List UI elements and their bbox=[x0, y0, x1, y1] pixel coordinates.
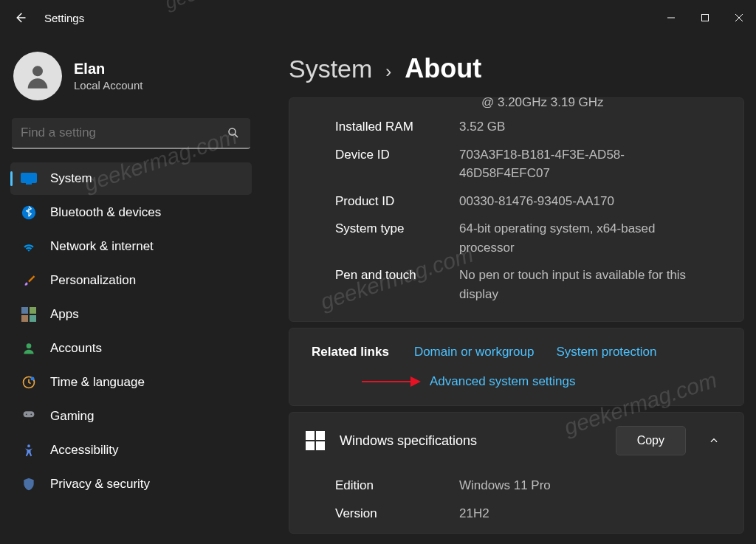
spec-label: Version bbox=[335, 504, 459, 523]
spec-value: 64-bit operating system, x64-based proce… bbox=[459, 219, 703, 257]
link-domain-workgroup[interactable]: Domain or workgroup bbox=[414, 345, 535, 359]
svg-point-2 bbox=[32, 66, 43, 76]
chevron-right-icon: › bbox=[385, 61, 391, 82]
sidebar-item-apps[interactable]: Apps bbox=[10, 298, 252, 331]
user-subtitle: Local Account bbox=[74, 79, 142, 92]
spec-value: 3.52 GB bbox=[459, 117, 505, 137]
spec-label: Pen and touch bbox=[335, 266, 459, 303]
windows-specs-heading: Windows specifications bbox=[340, 433, 601, 449]
bluetooth-icon bbox=[21, 204, 37, 221]
sidebar-item-label: Personalization bbox=[50, 273, 136, 288]
link-advanced-system-settings[interactable]: Advanced system settings bbox=[430, 374, 575, 389]
brush-icon bbox=[21, 272, 37, 289]
title-bar: Settings bbox=[0, 0, 756, 35]
svg-rect-1 bbox=[702, 15, 709, 21]
spec-value-processor-partial: @ 3.20GHz 3.19 GHz bbox=[289, 95, 743, 110]
spec-value: Windows 11 Pro bbox=[459, 476, 551, 495]
user-name: Elan bbox=[74, 61, 142, 78]
svg-line-4 bbox=[235, 134, 238, 137]
svg-rect-5 bbox=[21, 173, 37, 183]
svg-point-14 bbox=[31, 377, 35, 381]
copy-button[interactable]: Copy bbox=[616, 426, 686, 455]
maximize-button[interactable] bbox=[688, 3, 722, 32]
sidebar-item-time[interactable]: Time & language bbox=[10, 366, 252, 399]
windows-specs-card[interactable]: Windows specifications Copy Edition Wind… bbox=[289, 412, 744, 534]
sidebar-item-label: Bluetooth & devices bbox=[50, 205, 161, 220]
sidebar-item-bluetooth[interactable]: Bluetooth & devices bbox=[10, 196, 252, 229]
spec-row: Pen and touch No pen or touch input is a… bbox=[289, 261, 743, 308]
sidebar-item-network[interactable]: Network & internet bbox=[10, 230, 252, 263]
svg-point-18 bbox=[27, 444, 30, 447]
sidebar-item-label: Apps bbox=[50, 307, 79, 322]
svg-point-16 bbox=[26, 413, 27, 415]
window-title: Settings bbox=[44, 12, 84, 24]
spec-label: Installed RAM bbox=[335, 117, 459, 137]
spec-row: System type 64-bit operating system, x64… bbox=[289, 215, 743, 261]
svg-point-3 bbox=[229, 128, 236, 135]
system-icon bbox=[21, 171, 37, 187]
spec-value: 703A3F18-B181-4F3E-AD58-46D58F4EFC07 bbox=[459, 145, 703, 183]
main-content: System › About @ 3.20GHz 3.19 GHz Instal… bbox=[262, 35, 756, 544]
annotation-arrow bbox=[362, 381, 419, 382]
svg-rect-10 bbox=[21, 315, 28, 322]
shield-icon bbox=[21, 476, 37, 492]
svg-point-12 bbox=[27, 343, 32, 348]
breadcrumb-parent[interactable]: System bbox=[289, 55, 372, 83]
svg-rect-15 bbox=[24, 411, 35, 417]
svg-rect-6 bbox=[26, 183, 32, 185]
minimize-button[interactable] bbox=[654, 3, 688, 32]
sidebar-item-label: Accounts bbox=[50, 341, 102, 356]
sidebar-item-label: Gaming bbox=[50, 409, 94, 424]
user-block[interactable]: Elan Local Account bbox=[10, 47, 252, 115]
sidebar-item-privacy[interactable]: Privacy & security bbox=[10, 468, 252, 500]
sidebar-item-label: Accessibility bbox=[50, 443, 119, 458]
spec-row: Device ID 703A3F18-B181-4F3E-AD58-46D58F… bbox=[289, 141, 743, 187]
clock-icon bbox=[21, 374, 37, 390]
breadcrumb: System › About bbox=[289, 53, 744, 84]
search-icon bbox=[225, 125, 241, 141]
back-button[interactable] bbox=[13, 11, 27, 24]
related-links-heading: Related links bbox=[312, 345, 389, 359]
windows-logo-icon bbox=[306, 431, 325, 450]
sidebar-item-personalization[interactable]: Personalization bbox=[10, 264, 252, 297]
spec-row: Product ID 00330-81476-93405-AA170 bbox=[289, 187, 743, 216]
apps-icon bbox=[21, 306, 37, 323]
link-system-protection[interactable]: System protection bbox=[556, 345, 656, 359]
spec-label: Product ID bbox=[335, 192, 459, 211]
page-title: About bbox=[405, 53, 481, 84]
avatar bbox=[13, 52, 62, 100]
accessibility-icon bbox=[21, 442, 37, 458]
sidebar-item-accessibility[interactable]: Accessibility bbox=[10, 434, 252, 466]
svg-point-17 bbox=[30, 413, 32, 415]
sidebar-item-label: Network & internet bbox=[50, 239, 154, 254]
nav-list: System Bluetooth & devices Network & int… bbox=[10, 162, 252, 500]
close-button[interactable] bbox=[722, 3, 756, 32]
sidebar-item-accounts[interactable]: Accounts bbox=[10, 332, 252, 365]
spec-row: Version 21H2 bbox=[289, 500, 743, 528]
svg-rect-11 bbox=[30, 315, 36, 322]
search-box[interactable] bbox=[12, 118, 250, 149]
spec-value: 00330-81476-93405-AA170 bbox=[459, 192, 614, 211]
spec-value: 21H2 bbox=[459, 504, 489, 523]
svg-rect-9 bbox=[30, 307, 36, 314]
sidebar: Elan Local Account System Bluetooth & bbox=[0, 35, 262, 544]
chevron-up-icon[interactable] bbox=[701, 435, 727, 446]
spec-value: No pen or touch input is available for t… bbox=[459, 266, 703, 303]
related-links-card: Related links Domain or workgroup System… bbox=[289, 328, 744, 406]
sidebar-item-label: Privacy & security bbox=[50, 477, 150, 492]
svg-rect-8 bbox=[21, 307, 28, 314]
sidebar-item-gaming[interactable]: Gaming bbox=[10, 400, 252, 433]
spec-label: Device ID bbox=[335, 145, 459, 183]
accounts-icon bbox=[21, 340, 37, 357]
sidebar-item-label: Time & language bbox=[50, 375, 145, 390]
spec-row: Installed RAM 3.52 GB bbox=[289, 113, 743, 141]
spec-label: Edition bbox=[335, 476, 459, 495]
sidebar-item-system[interactable]: System bbox=[10, 162, 252, 195]
device-specs-card: @ 3.20GHz 3.19 GHz Installed RAM 3.52 GB… bbox=[289, 97, 744, 322]
spec-label: System type bbox=[335, 219, 459, 257]
gaming-icon bbox=[21, 408, 37, 424]
spec-row: Edition Windows 11 Pro bbox=[289, 472, 743, 500]
window-controls bbox=[654, 3, 756, 32]
sidebar-item-label: System bbox=[50, 171, 92, 186]
search-input[interactable] bbox=[21, 125, 225, 140]
